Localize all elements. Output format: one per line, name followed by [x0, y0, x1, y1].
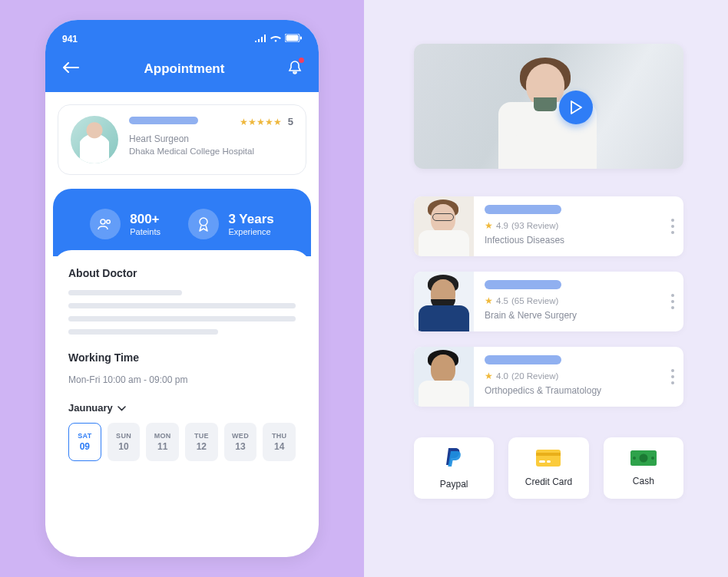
status-time: 941 — [62, 34, 78, 45]
more-options-icon[interactable] — [671, 294, 674, 309]
page-title: Appointment — [144, 61, 225, 77]
star-icon: ★ — [485, 220, 493, 231]
doctor-list-item[interactable]: ★ 4.0(20 Review) Orthopedics & Traumatol… — [414, 347, 683, 407]
doctor-name-placeholder — [485, 205, 561, 214]
svg-rect-9 — [547, 460, 551, 463]
experience-label: Experience — [228, 227, 273, 236]
month-label: Jaunuary — [68, 402, 113, 414]
notification-bell-icon[interactable] — [288, 60, 302, 78]
play-icon[interactable] — [559, 91, 593, 124]
doctor-list-item[interactable]: ★ 4.9(93 Review) Infectious Diseases — [414, 196, 683, 256]
svg-rect-7 — [536, 453, 561, 456]
doctor-specialty: Brain & Nerve Surgery — [485, 310, 674, 321]
doctor-specialty: Infectious Diseases — [485, 235, 674, 246]
payment-option-credit-card[interactable]: Credit Card — [508, 437, 588, 499]
experience-value: 3 Years — [228, 212, 273, 227]
promo-video-card[interactable] — [414, 44, 683, 169]
svg-rect-8 — [539, 460, 545, 463]
svg-point-4 — [107, 220, 111, 224]
svg-rect-6 — [536, 450, 561, 467]
svg-point-3 — [101, 219, 105, 224]
doctor-name-placeholder — [485, 280, 561, 289]
svg-point-5 — [200, 218, 207, 226]
svg-rect-1 — [286, 35, 299, 41]
date-chip[interactable]: TUE 12 — [185, 423, 218, 461]
phone-mockup: 941 — [45, 20, 319, 557]
patients-label: Pateints — [130, 227, 160, 236]
doctor-rating-line: ★ 4.9(93 Review) — [485, 220, 674, 231]
doctor-thumbnail — [414, 347, 474, 407]
date-chip[interactable]: WED 13 — [224, 423, 257, 461]
doctor-name-placeholder — [129, 117, 198, 124]
doctor-rating-line: ★ 4.5(65 Review) — [485, 295, 674, 306]
chevron-down-icon — [117, 402, 126, 414]
signal-icon — [255, 34, 266, 45]
payment-label: Paypal — [440, 479, 468, 490]
doctor-hospital: Dhaka Medical College Hospital — [129, 147, 293, 156]
date-chip[interactable]: MON 11 — [146, 423, 179, 461]
doctor-rating: ★★★★★ 5 — [240, 116, 293, 127]
patients-count: 800+ — [130, 212, 160, 227]
more-options-icon[interactable] — [671, 219, 674, 234]
doctor-specialty: Orthopedics & Traumatology — [485, 385, 674, 396]
working-hours: Mon-Fri 10:00 am - 09:00 pm — [68, 374, 296, 385]
battery-icon — [285, 34, 302, 45]
payment-label: Cash — [633, 476, 654, 486]
experience-icon — [188, 209, 219, 239]
text-skeleton — [68, 316, 296, 321]
doctor-thumbnail — [414, 196, 474, 256]
doctor-stats: 800+ Pateints 3 Years Experience — [53, 189, 311, 256]
month-selector[interactable]: Jaunuary — [68, 402, 296, 414]
doctor-name-placeholder — [485, 355, 561, 364]
payment-option-cash[interactable]: Cash — [604, 437, 683, 499]
star-icon: ★ — [485, 295, 493, 306]
back-icon[interactable] — [62, 62, 81, 76]
credit-card-icon — [535, 449, 561, 470]
left-showcase-panel: 941 — [0, 0, 364, 577]
text-skeleton — [68, 290, 182, 295]
doctor-list-item[interactable]: ★ 4.5(65 Review) Brain & Nerve Surgery — [414, 272, 683, 331]
doctor-avatar — [71, 116, 118, 163]
payment-label: Credit Card — [525, 476, 572, 487]
status-bar: 941 — [62, 34, 302, 45]
wifi-icon — [270, 34, 281, 45]
svg-point-13 — [651, 457, 654, 460]
star-icon: ★★★★★ — [240, 117, 282, 127]
star-icon: ★ — [485, 371, 493, 381]
doctor-thumbnail — [414, 272, 474, 331]
working-time-heading: Working Time — [68, 351, 296, 364]
date-chip[interactable]: SUN 10 — [108, 423, 141, 461]
svg-rect-2 — [300, 37, 302, 40]
doctor-role: Heart Surgeon — [129, 134, 293, 144]
doctor-summary-card[interactable]: ★★★★★ 5 Heart Surgeon Dhaka Medical Coll… — [58, 104, 306, 175]
payment-option-paypal[interactable]: Paypal — [414, 437, 494, 499]
more-options-icon[interactable] — [671, 369, 674, 384]
notification-dot-icon — [299, 58, 304, 63]
svg-point-11 — [639, 454, 647, 463]
rating-value: 5 — [288, 116, 293, 127]
paypal-icon — [444, 447, 464, 473]
pharmacist-image — [483, 50, 614, 169]
about-heading: About Doctor — [68, 267, 296, 279]
cash-icon — [630, 450, 657, 470]
text-skeleton — [68, 329, 218, 335]
doctor-rating-line: ★ 4.0(20 Review) — [485, 371, 674, 381]
right-showcase-panel: ★ 4.9(93 Review) Infectious Diseases — [364, 0, 728, 577]
patients-icon — [90, 209, 121, 239]
svg-point-12 — [633, 457, 636, 460]
date-chip[interactable]: SAT 09 — [68, 423, 101, 461]
text-skeleton — [68, 303, 296, 308]
date-chip[interactable]: THU 14 — [263, 423, 296, 461]
